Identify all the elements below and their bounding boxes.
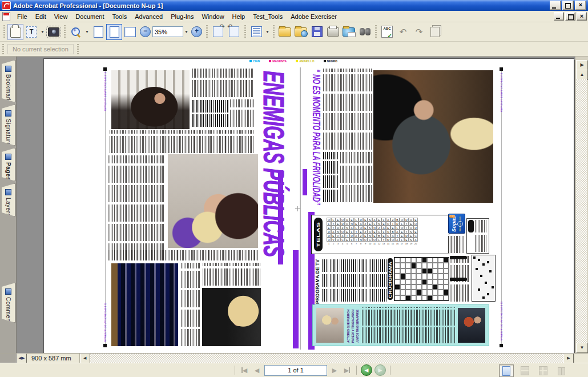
mini-grid-black-cells xyxy=(473,256,476,259)
print-button[interactable] xyxy=(325,24,341,40)
scrollbar-track[interactable] xyxy=(576,79,587,343)
actual-size-icon xyxy=(94,26,103,38)
menu-plugins[interactable]: Plug-Ins xyxy=(167,12,198,21)
page-options-dropdown[interactable]: ▼ xyxy=(264,25,271,39)
actual-size-button[interactable] xyxy=(90,24,106,40)
document-pane[interactable]: CIAN MAGENTA AMARILLO NEGRO EL ESPECTACU… xyxy=(17,57,575,353)
menu-adobe-exerciser[interactable]: Adobe Exerciser xyxy=(287,12,341,21)
binoculars-icon xyxy=(360,28,370,35)
restore-button[interactable] xyxy=(562,1,574,10)
spellcheck-button[interactable]: ABC xyxy=(379,24,395,40)
tab-pages[interactable]: Pages xyxy=(2,148,15,181)
toolbar-grip[interactable] xyxy=(3,25,6,39)
menu-window[interactable]: Window xyxy=(198,12,228,21)
doc-close-button[interactable]: × xyxy=(577,12,587,21)
tab-layers[interactable]: Layers xyxy=(2,183,15,216)
toolbar-grip[interactable] xyxy=(244,25,247,39)
toolbar-grip[interactable] xyxy=(206,25,208,39)
scroll-down-button[interactable]: ▼ xyxy=(576,343,588,353)
zoom-level-dropdown[interactable]: ▼ xyxy=(183,25,190,39)
title-bar: Adobe Acrobat Professional - [Documento … xyxy=(0,0,588,11)
continuous-layout-button[interactable] xyxy=(517,364,532,377)
subhead-purple-strip xyxy=(278,170,283,264)
open-button[interactable] xyxy=(277,24,293,40)
toolbar-grip[interactable] xyxy=(374,25,377,39)
horizontal-scrollbar-track[interactable] xyxy=(90,354,563,363)
menu-document[interactable]: Document xyxy=(71,12,108,21)
pane-expand-button[interactable]: ▶ xyxy=(576,60,588,70)
menu-tools[interactable]: Tools xyxy=(108,12,131,21)
single-page-layout-button[interactable] xyxy=(499,364,514,377)
select-text-button[interactable]: T xyxy=(23,24,39,40)
rotate-counterclockwise-button[interactable] xyxy=(226,24,242,40)
tab-comments[interactable]: Comments xyxy=(2,283,15,323)
article-headline-line1: ACTORES QUE FUERON xyxy=(346,307,351,344)
facing-layout-button[interactable] xyxy=(554,364,569,377)
ad-caption-text xyxy=(448,235,465,253)
svg-text:PROGRAMA DE TV: PROGRAMA DE TV xyxy=(315,259,320,304)
hand-tool-button[interactable] xyxy=(7,24,23,40)
save-button[interactable] xyxy=(309,24,325,40)
page-options-button[interactable] xyxy=(248,24,264,40)
close-button[interactable]: × xyxy=(575,1,586,10)
page-number-input[interactable]: 1 of 1 xyxy=(264,365,327,376)
menu-view[interactable]: View xyxy=(50,12,72,21)
select-text-dropdown[interactable]: ▼ xyxy=(39,25,46,39)
next-view-button[interactable]: ▶ xyxy=(374,364,386,376)
menu-test-tools[interactable]: Test_Tools xyxy=(249,12,287,21)
photo-stage-group xyxy=(111,263,178,346)
vertical-scrollbar[interactable]: ▶ ▲ ▼ xyxy=(575,57,588,353)
toolbar-grip[interactable] xyxy=(272,25,275,39)
sopas-ring-decoration xyxy=(457,221,463,227)
next-page-button[interactable]: ▶ xyxy=(329,365,340,375)
zoom-in-button[interactable]: + xyxy=(191,26,202,37)
menu-bar: File Edit View Document Tools Advanced P… xyxy=(0,11,588,22)
first-page-button[interactable]: ◀ xyxy=(239,365,249,375)
zoom-tool-dropdown[interactable]: ▼ xyxy=(84,25,90,39)
search-button[interactable] xyxy=(357,24,373,40)
rotate-clockwise-button[interactable] xyxy=(210,24,226,40)
left-arrow-icon: ◀ xyxy=(243,367,247,374)
minimize-button[interactable] xyxy=(550,1,561,10)
toolbar-grip[interactable] xyxy=(2,44,5,54)
scroll-up-button[interactable]: ▲ xyxy=(576,70,588,80)
zoom-level-input[interactable]: 35% xyxy=(152,26,183,37)
tab-signatures[interactable]: Signatures xyxy=(2,105,15,146)
menu-file[interactable]: File xyxy=(13,12,31,21)
copy-button[interactable] xyxy=(427,24,443,40)
print-icon xyxy=(327,27,339,37)
last-page-button[interactable]: ▶ xyxy=(342,365,352,375)
right-arrow-icon: ▶ xyxy=(344,367,349,374)
menu-advanced[interactable]: Advanced xyxy=(131,12,167,21)
zoom-tool-button[interactable] xyxy=(68,24,84,40)
wordsearch-panel: TELAS OLEORELRESAELAZBORAELTERONEAZELNEO… xyxy=(311,215,449,254)
email-button[interactable] xyxy=(341,24,357,40)
undo-button[interactable]: ↶ xyxy=(395,24,411,40)
previous-page-button[interactable]: ◀ xyxy=(252,365,262,375)
pane-splitter-button[interactable]: ◀▶ xyxy=(17,354,27,363)
tab-bookmarks[interactable]: Bookmarks xyxy=(2,60,15,102)
body-text-block xyxy=(108,250,258,260)
toolbar-grip[interactable] xyxy=(76,44,79,54)
open-web-button[interactable] xyxy=(293,24,309,40)
pdf-page: CIAN MAGENTA AMARILLO NEGRO EL ESPECTACU… xyxy=(43,58,574,353)
photo-curly-haired-woman xyxy=(111,70,190,129)
redo-icon: ↷ xyxy=(416,27,423,37)
snapshot-tool-button[interactable] xyxy=(46,24,62,40)
fit-page-button[interactable] xyxy=(106,24,122,40)
previous-view-button[interactable]: ◀ xyxy=(361,364,372,376)
menu-help[interactable]: Help xyxy=(228,12,249,21)
page-navigation-group: ◀ ◀ 1 of 1 ▶ ▶ ◀ ▶ xyxy=(233,364,392,376)
doc-minimize-button[interactable] xyxy=(554,12,564,21)
continuous-facing-layout-button[interactable] xyxy=(535,364,550,377)
intro-bold-text xyxy=(323,152,338,202)
toolbar-grip[interactable] xyxy=(63,25,66,39)
doc-restore-button[interactable] xyxy=(565,12,575,21)
scroll-left-button[interactable]: ◀ xyxy=(80,354,90,363)
redo-button[interactable]: ↷ xyxy=(411,24,427,40)
scroll-right-button[interactable]: ▶ xyxy=(563,354,574,363)
fit-width-button[interactable] xyxy=(122,24,138,40)
zoom-out-button[interactable]: − xyxy=(140,26,151,37)
document-icon xyxy=(2,12,10,21)
menu-edit[interactable]: Edit xyxy=(31,12,50,21)
